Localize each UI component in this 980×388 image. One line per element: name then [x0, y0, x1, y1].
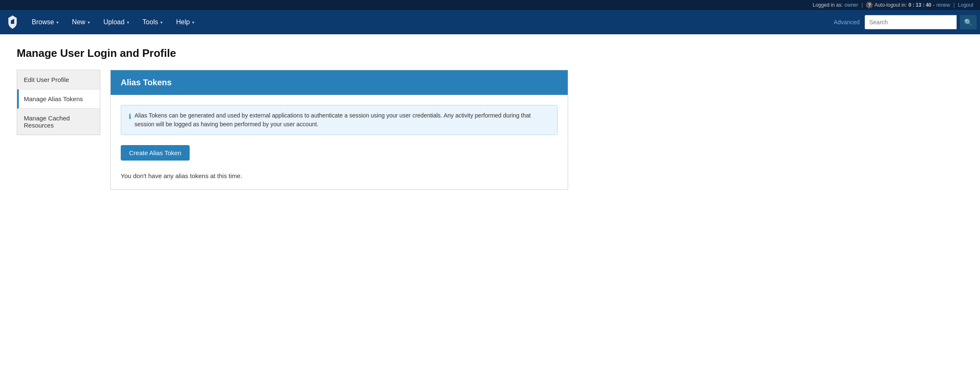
browse-chevron: ▾: [56, 20, 58, 25]
upload-chevron: ▾: [127, 20, 129, 25]
countdown-timer: 0 : 13 : 40: [909, 2, 932, 8]
main-content: Manage User Login and Profile Edit User …: [0, 34, 585, 202]
search-button[interactable]: 🔍: [960, 15, 977, 29]
panel-header: Alias Tokens: [111, 70, 568, 95]
logged-in-label: Logged in as:: [813, 2, 843, 8]
search-icon: 🔍: [964, 18, 972, 26]
no-tokens-text: You don't have any alias tokens at this …: [121, 172, 558, 179]
sidebar-item-edit-user-profile[interactable]: Edit User Profile: [17, 70, 100, 89]
create-alias-token-button[interactable]: Create Alias Token: [121, 145, 190, 161]
logout-link[interactable]: Logout: [958, 2, 973, 8]
info-text: Alias Tokens can be generated and used b…: [135, 111, 550, 129]
status-bar: Logged in as: owner | ? Auto-logout in: …: [0, 0, 980, 10]
help-icon[interactable]: ?: [866, 2, 873, 8]
new-chevron: ▾: [88, 20, 90, 25]
dash-label: -: [933, 2, 934, 8]
info-box: ℹ Alias Tokens can be generated and used…: [121, 105, 558, 135]
nav-item-help[interactable]: Help ▾: [169, 10, 201, 34]
sidebar: Edit User Profile Manage Alias Tokens Ma…: [17, 70, 100, 135]
navbar: Browse ▾ New ▾ Upload ▾ Tools ▾ Help ▾ A…: [0, 10, 980, 34]
nav-item-upload[interactable]: Upload ▾: [96, 10, 136, 34]
nav-item-new[interactable]: New ▾: [65, 10, 96, 34]
info-icon: ℹ: [129, 112, 131, 122]
tools-chevron: ▾: [160, 20, 162, 25]
search-input[interactable]: [865, 15, 957, 29]
nav-items: Browse ▾ New ▾ Upload ▾ Tools ▾ Help ▾: [25, 10, 834, 34]
separator-2: |: [953, 2, 955, 8]
nav-item-tools[interactable]: Tools ▾: [136, 10, 169, 34]
username-link[interactable]: owner: [845, 2, 858, 8]
renew-link[interactable]: renew: [936, 2, 950, 8]
advanced-link[interactable]: Advanced: [834, 19, 860, 26]
content-layout: Edit User Profile Manage Alias Tokens Ma…: [17, 70, 568, 190]
logo: [3, 13, 22, 31]
sidebar-item-manage-alias-tokens[interactable]: Manage Alias Tokens: [17, 89, 100, 109]
help-chevron: ▾: [192, 20, 194, 25]
nav-right: Advanced 🔍: [834, 15, 977, 29]
panel-body: ℹ Alias Tokens can be generated and used…: [111, 95, 568, 189]
separator-1: |: [861, 2, 863, 8]
sidebar-item-manage-cached-resources[interactable]: Manage Cached Resources: [17, 109, 100, 135]
nav-item-browse[interactable]: Browse ▾: [25, 10, 65, 34]
main-panel: Alias Tokens ℹ Alias Tokens can be gener…: [110, 70, 568, 190]
autologout-label: Auto-logout in:: [874, 2, 906, 8]
page-title: Manage User Login and Profile: [17, 47, 568, 60]
